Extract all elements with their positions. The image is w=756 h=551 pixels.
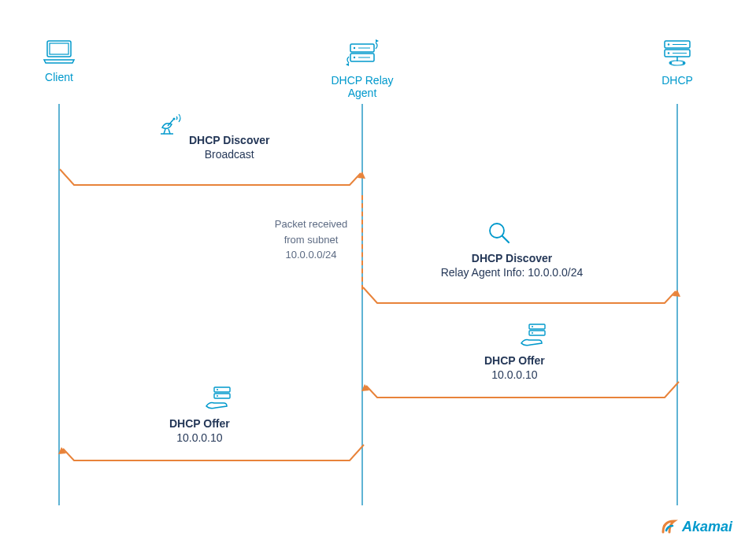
- hand-offer-icon: [205, 386, 233, 416]
- actor-dhcp: DHCP: [658, 39, 697, 87]
- svg-line-20: [164, 129, 165, 134]
- svg-point-10: [668, 43, 669, 45]
- arrow-discover-1: [58, 165, 365, 197]
- magnifier-icon: [487, 220, 512, 249]
- arrow-offer-2: [38, 441, 365, 472]
- msg-title: DHCP Offer: [169, 417, 230, 430]
- svg-point-31: [217, 389, 218, 390]
- msg-title: DHCP Offer: [484, 354, 545, 367]
- brand-text: Akamai: [682, 519, 732, 535]
- arrow-offer-1: [361, 378, 680, 409]
- server-icon: [658, 39, 697, 68]
- svg-line-21: [169, 129, 170, 134]
- svg-point-32: [217, 395, 218, 397]
- msg-offer-2: DHCP Offer 10.0.0.10: [169, 417, 230, 444]
- msg-title: DHCP Discover: [425, 252, 598, 264]
- msg-offer-1: DHCP Offer 10.0.0.10: [484, 354, 545, 381]
- hand-offer-icon: [520, 323, 548, 353]
- msg-sub: Broadcast: [189, 148, 269, 161]
- svg-rect-1: [50, 43, 69, 54]
- note-line: from subnet: [268, 232, 354, 248]
- actor-relay: DHCP Relay Agent: [323, 39, 402, 99]
- relay-processing-segment: [361, 195, 363, 290]
- note-packet-received: Packet received from subnet 10.0.0.0/24: [268, 216, 354, 263]
- svg-point-5: [354, 57, 355, 58]
- laptop-icon: [39, 39, 79, 65]
- svg-line-24: [502, 236, 509, 242]
- actor-client: Client: [39, 39, 79, 83]
- brand-logo: Akamai: [660, 516, 732, 537]
- svg-point-17: [683, 62, 685, 65]
- svg-point-16: [670, 62, 673, 65]
- svg-point-28: [532, 332, 533, 334]
- svg-point-4: [354, 47, 355, 49]
- arrow-discover-2: [361, 283, 680, 315]
- dish-icon: [158, 110, 184, 140]
- svg-point-27: [532, 326, 533, 327]
- note-line: Packet received: [268, 216, 354, 232]
- actor-relay-label: DHCP Relay Agent: [323, 74, 402, 99]
- actor-dhcp-label: DHCP: [658, 74, 697, 87]
- msg-title: DHCP Discover: [189, 134, 269, 146]
- note-line: 10.0.0.0/24: [268, 247, 354, 263]
- msg-sub: Relay Agent Info: 10.0.0.0/24: [425, 266, 598, 279]
- svg-point-19: [173, 118, 176, 120]
- msg-discover-broadcast: DHCP Discover Broadcast: [189, 134, 269, 161]
- dhcp-sequence-diagram: Client DHCP Relay Agent: [0, 0, 756, 551]
- akamai-wave-icon: [660, 516, 680, 537]
- relay-server-icon: [323, 39, 402, 68]
- svg-point-11: [668, 52, 669, 54]
- actor-client-label: Client: [39, 71, 79, 83]
- msg-discover-relay: DHCP Discover Relay Agent Info: 10.0.0.0…: [425, 252, 598, 279]
